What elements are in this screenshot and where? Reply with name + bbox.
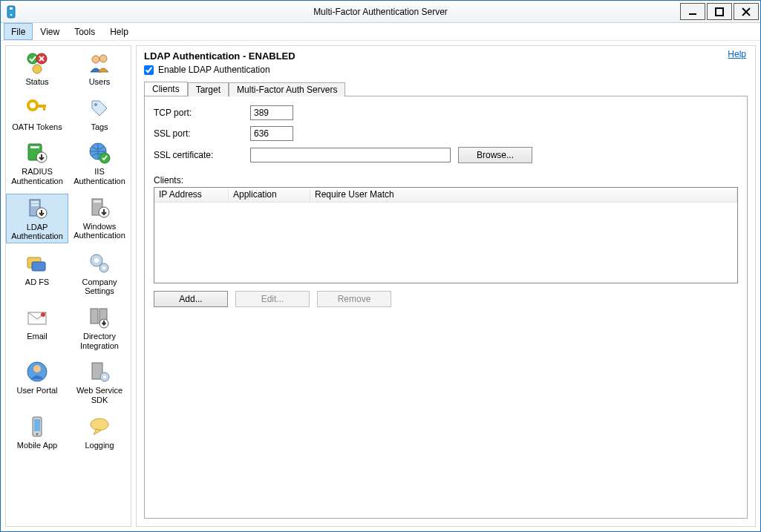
svg-point-15	[94, 103, 97, 106]
tab-mfa-servers[interactable]: Multi-Factor Auth Servers	[229, 82, 345, 96]
sidebar-item-label: User Portal	[16, 386, 57, 395]
menu-file[interactable]: File	[4, 23, 33, 40]
maximize-button[interactable]	[707, 3, 732, 20]
servers-download-icon	[87, 305, 112, 330]
svg-point-2	[10, 13, 13, 16]
titlebar: Multi-Factor Authentication Server	[1, 1, 760, 23]
svg-rect-22	[31, 201, 39, 203]
svg-rect-1	[10, 7, 13, 10]
sidebar-item-label: Email	[27, 332, 48, 341]
column-ip[interactable]: IP Address	[154, 188, 229, 202]
sidebar-item-label: LDAP Authentication	[8, 223, 66, 241]
gears-icon	[87, 251, 112, 276]
sidebar-item-adfs[interactable]: AD FS	[6, 249, 68, 298]
sidebar-item-label: Windows Authentication	[70, 222, 129, 240]
tab-strip: Clients Target Multi-Factor Auth Servers	[144, 79, 748, 96]
svg-rect-17	[30, 146, 39, 148]
remove-button[interactable]: Remove	[317, 291, 391, 307]
server-download-icon	[87, 195, 112, 220]
tab-panel-clients: TCP port: SSL port: SSL certificate: Bro…	[144, 96, 748, 519]
tcp-port-input[interactable]	[250, 105, 293, 120]
folders-icon	[25, 251, 50, 276]
globe-check-icon	[87, 140, 112, 165]
sidebar-item-label: IIS Authentication	[70, 167, 129, 185]
sidebar-item-user-portal[interactable]: User Portal	[6, 358, 68, 406]
book-download-icon	[25, 140, 50, 165]
sidebar: Status Users	[5, 45, 131, 527]
sidebar-item-label: Tags	[91, 122, 108, 132]
users-icon	[87, 50, 112, 76]
sidebar-item-label: Company Settings	[70, 278, 129, 296]
sidebar-item-radius-auth[interactable]: RADIUS Authentication	[6, 139, 68, 187]
svg-rect-4	[716, 8, 723, 16]
ssl-cert-label: SSL certificate:	[154, 150, 250, 160]
svg-point-40	[33, 365, 41, 372]
edit-button[interactable]: Edit...	[235, 291, 310, 307]
ssl-port-label: SSL port:	[154, 128, 250, 139]
sidebar-item-web-service-sdk[interactable]: Web Service SDK	[68, 358, 131, 406]
speech-bubble-icon	[87, 414, 112, 439]
status-icon	[25, 50, 50, 76]
svg-rect-29	[32, 262, 45, 271]
sidebar-item-directory-integration[interactable]: Directory Integration	[68, 303, 131, 352]
sidebar-item-label: OATH Tokens	[12, 122, 62, 132]
clients-listview[interactable]: IP Address Application Require User Matc…	[154, 187, 738, 283]
sidebar-item-users[interactable]: Users	[68, 49, 131, 88]
svg-rect-36	[91, 309, 98, 324]
ssl-port-input[interactable]	[250, 126, 293, 141]
svg-point-35	[41, 312, 45, 317]
svg-point-11	[99, 55, 107, 62]
svg-rect-14	[43, 105, 45, 111]
clients-label: Clients:	[154, 175, 738, 185]
tab-target[interactable]: Target	[188, 82, 229, 96]
close-button[interactable]	[734, 3, 759, 20]
sidebar-item-oath-tokens[interactable]: OATH Tokens	[6, 94, 68, 134]
main-panel: Help LDAP Authentication - ENABLED Enabl…	[136, 45, 756, 527]
user-globe-icon	[25, 359, 50, 384]
browse-button[interactable]: Browse...	[458, 147, 532, 163]
content-area: Status Users	[1, 41, 760, 531]
tab-clients[interactable]: Clients	[144, 82, 188, 96]
server-download-icon	[25, 196, 50, 221]
sidebar-item-label: Status	[25, 77, 48, 87]
phone-icon	[25, 414, 50, 439]
window-controls	[680, 1, 760, 22]
app-window: Multi-Factor Authentication Server File …	[0, 0, 761, 532]
server-gear-icon	[87, 359, 112, 384]
sidebar-item-mobile-app[interactable]: Mobile App	[6, 413, 68, 452]
sidebar-item-label: Logging	[85, 441, 114, 450]
sidebar-item-iis-auth[interactable]: IIS Authentication	[68, 139, 131, 187]
menu-view[interactable]: View	[33, 23, 67, 40]
sidebar-item-ldap-auth[interactable]: LDAP Authentication	[6, 194, 68, 243]
column-require-user-match[interactable]: Require User Match	[310, 188, 737, 202]
ssl-cert-input[interactable]	[250, 148, 451, 162]
sidebar-item-status[interactable]: Status	[6, 49, 68, 88]
sidebar-item-email[interactable]: Email	[6, 303, 68, 352]
help-link[interactable]: Help	[728, 49, 746, 59]
svg-point-46	[36, 433, 39, 435]
enable-ldap-checkbox[interactable]	[144, 65, 154, 75]
window-title: Multi-Factor Authentication Server	[1, 7, 760, 17]
sidebar-item-label: Web Service SDK	[70, 386, 129, 404]
minimize-button[interactable]	[680, 3, 705, 20]
svg-rect-45	[34, 419, 40, 431]
menu-tools[interactable]: Tools	[67, 23, 102, 40]
svg-point-10	[92, 56, 99, 63]
sidebar-item-company-settings[interactable]: Company Settings	[68, 249, 131, 298]
svg-point-47	[91, 418, 108, 430]
column-application[interactable]: Application	[229, 188, 310, 202]
enable-ldap-label: Enable LDAP Authentication	[158, 65, 270, 75]
tags-icon	[87, 96, 112, 121]
sidebar-item-label: Mobile App	[17, 441, 57, 450]
listview-header: IP Address Application Require User Matc…	[154, 188, 737, 203]
sidebar-item-logging[interactable]: Logging	[68, 413, 131, 452]
sidebar-item-label: AD FS	[25, 278, 49, 287]
sidebar-item-tags[interactable]: Tags	[68, 94, 131, 134]
svg-point-43	[103, 375, 106, 378]
svg-rect-26	[94, 200, 101, 203]
key-icon	[25, 96, 50, 121]
page-title: LDAP Authentication - ENABLED	[144, 50, 748, 62]
menu-help[interactable]: Help	[102, 23, 136, 40]
sidebar-item-windows-auth[interactable]: Windows Authentication	[68, 194, 131, 243]
add-button[interactable]: Add...	[154, 291, 228, 307]
